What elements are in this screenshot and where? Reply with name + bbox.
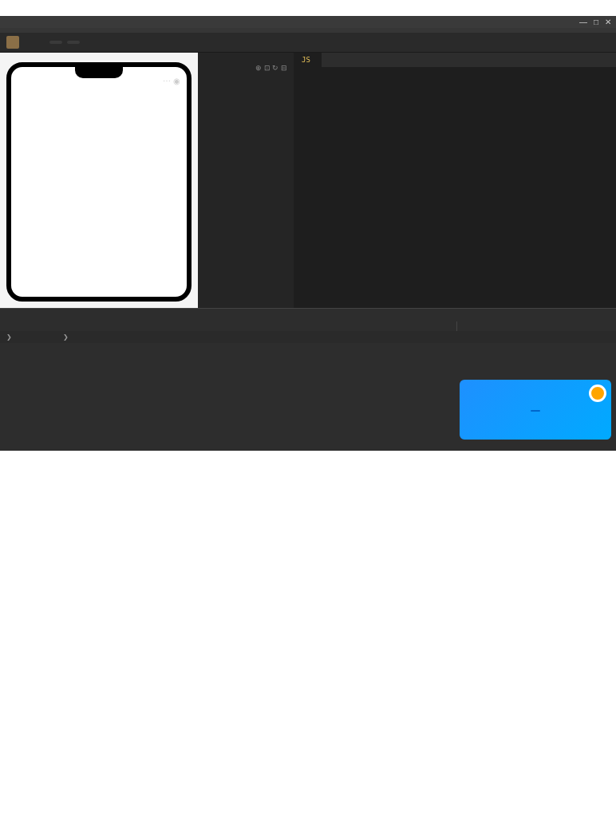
watermark-sub [531,410,540,412]
mode-dropdown[interactable] [49,41,62,44]
notch [75,67,123,78]
minimize-icon[interactable]: — [579,18,587,26]
window-controls[interactable]: — □ ✕ [579,18,611,26]
target-icon[interactable]: ◉ [173,77,180,85]
watermark-badge [460,380,611,440]
avatar-icon[interactable] [6,36,19,49]
phone-preview: ⋯ ◉ [6,62,192,302]
close-icon[interactable]: ✕ [605,18,611,26]
more-icon[interactable]: ⋯ [163,77,171,85]
code-editor: JS [294,53,616,308]
code-area[interactable] [294,70,616,77]
editor-tab[interactable]: JS [294,53,322,67]
maximize-icon[interactable]: □ [594,18,598,26]
devtools-panel [0,308,616,331]
outline-toggle[interactable]: ❯ [63,333,69,341]
watermark-orb-icon [589,385,606,402]
ide-toolbar [0,33,616,53]
ide-statusbar: ❯ ❯ [0,331,616,343]
statusbar-toggle[interactable]: ❯ [6,333,12,341]
wxml-panel[interactable] [0,321,456,331]
compile-dropdown[interactable] [67,41,80,44]
file-explorer: ⊕ ⊡ ↻ ⊟ [198,53,294,308]
ide-titlebar: — □ ✕ [0,16,616,28]
ide-simulator: ⋯ ◉ [0,53,198,308]
explorer-actions[interactable]: ⊕ ⊡ ↻ ⊟ [255,64,287,72]
